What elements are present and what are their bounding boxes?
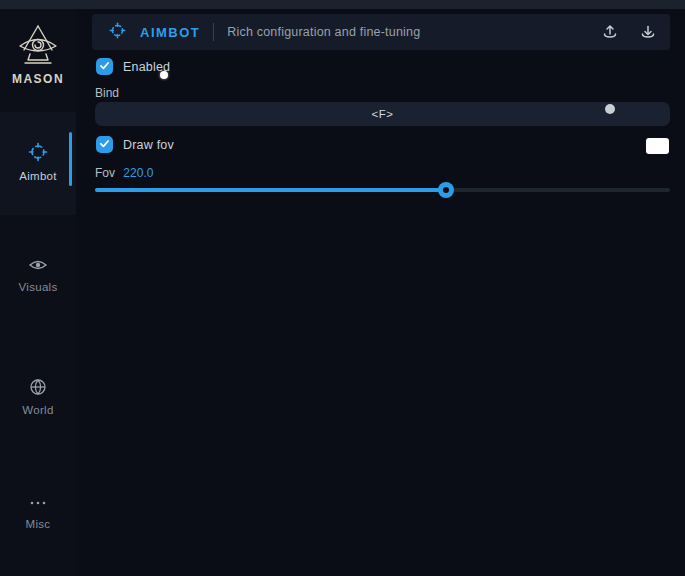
- ellipsis-icon: [0, 496, 76, 514]
- crosshair-icon: [0, 142, 76, 166]
- fov-slider[interactable]: [95, 188, 670, 192]
- page-title: AIMBOT: [140, 25, 200, 40]
- sidebar-item-label: World: [0, 404, 76, 416]
- fov-slider-handle[interactable]: [438, 182, 454, 198]
- globe-icon: [0, 378, 76, 400]
- check-icon: [98, 58, 111, 76]
- active-indicator: [69, 132, 72, 186]
- download-config-button[interactable]: [638, 22, 658, 42]
- page-subtitle: Rich configuration and fine-tuning: [227, 25, 420, 39]
- brand-logo: MASON: [0, 23, 76, 86]
- draw-fov-checkbox[interactable]: [96, 136, 113, 153]
- window-top-strip: [0, 0, 685, 9]
- fov-color-swatch[interactable]: [646, 138, 669, 154]
- check-icon: [98, 136, 111, 154]
- sidebar-item-misc[interactable]: Misc: [0, 496, 76, 530]
- draw-fov-label: Draw fov: [123, 138, 174, 152]
- fov-value: 220.0: [123, 166, 153, 180]
- bind-label: Bind: [95, 86, 119, 100]
- sidebar-item-label: Aimbot: [0, 170, 76, 182]
- fov-label: Fov: [95, 166, 115, 180]
- sidebar-item-world[interactable]: World: [0, 378, 76, 416]
- enabled-checkbox[interactable]: [96, 58, 113, 75]
- fov-label-row: Fov 220.0: [95, 166, 153, 180]
- upload-config-button[interactable]: [600, 22, 620, 42]
- sidebar: MASON Aimbot Visuals: [0, 9, 76, 576]
- brand-name: MASON: [0, 72, 76, 86]
- divider: [213, 23, 214, 41]
- particle-dot: [605, 104, 615, 114]
- eye-icon: [0, 257, 76, 277]
- bind-input[interactable]: <F>: [95, 102, 670, 126]
- cursor-dot: [160, 71, 168, 79]
- sidebar-item-aimbot[interactable]: Aimbot: [0, 112, 76, 215]
- download-icon: [640, 28, 656, 43]
- app-window: MASON Aimbot Visuals: [0, 0, 685, 576]
- sidebar-item-visuals[interactable]: Visuals: [0, 257, 76, 293]
- crosshair-icon: [109, 22, 126, 43]
- eye-pyramid-icon: [0, 23, 76, 69]
- sidebar-item-label: Visuals: [0, 281, 76, 293]
- page-header: AIMBOT Rich configuration and fine-tunin…: [92, 14, 670, 50]
- upload-icon: [602, 28, 618, 43]
- sidebar-item-label: Misc: [0, 518, 76, 530]
- fov-slider-fill: [95, 188, 446, 192]
